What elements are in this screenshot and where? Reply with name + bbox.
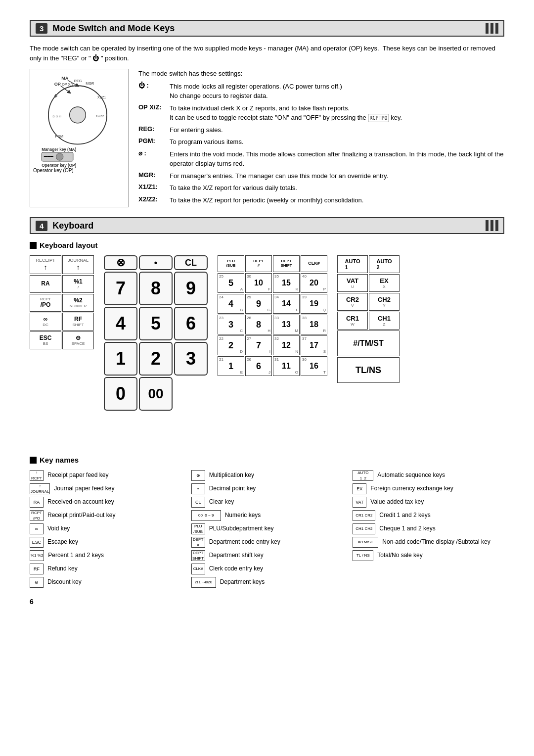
cr1-key[interactable]: CR1 W	[337, 312, 368, 330]
key-names-title-text: Key names	[40, 456, 79, 464]
dept-20[interactable]: 4020P	[301, 273, 327, 293]
mode-row-x2z2: X2/Z2: To take the X/Z report for period…	[138, 195, 504, 205]
key-7[interactable]: 7	[104, 272, 137, 305]
kn-dept-keys: 211 ~ 4020 Department keys	[191, 577, 343, 588]
kn-icon-numeric: 00 0 ~ 9	[191, 510, 221, 521]
rf-key[interactable]: RF SHIFT	[62, 313, 94, 331]
cr2-key[interactable]: CR2 V	[337, 293, 368, 311]
void-key[interactable]: ∞ DC	[30, 313, 61, 331]
ra-key[interactable]: RA	[30, 275, 61, 293]
pct1-key[interactable]: %1 /	[62, 275, 94, 293]
dept-14[interactable]: 3414L	[273, 294, 300, 314]
kn-icon-clk-hash: CLK#	[191, 564, 205, 574]
mode-row-reg: REG: For entering sales.	[138, 125, 504, 135]
dept-9[interactable]: 299G	[245, 294, 272, 314]
middle-numpad-area: ⊗ • CL 7 8 9 4 5 6 1 2 3 0 00	[104, 255, 208, 446]
ch1-key[interactable]: CH1 Z	[369, 312, 400, 330]
kn-icon-tmst: #/TM/ST	[353, 537, 378, 548]
kn-label-cr: Credit 1 and 2 keys	[379, 512, 430, 520]
dept-18[interactable]: 3818R	[301, 315, 327, 334]
dept-17[interactable]: 3717S	[301, 335, 327, 355]
kn-label-clk-hash: Clerk code entry key	[209, 565, 263, 573]
mode-key-x1z1: X1/Z1:	[138, 183, 166, 190]
key-2[interactable]: 2	[139, 342, 173, 376]
dept-16[interactable]: 3616T	[301, 356, 327, 376]
svg-text:MGR: MGR	[86, 81, 94, 86]
kn-icon-rcpt-po: RCPT/PO	[30, 510, 44, 521]
kn-label-rcpt-po: Receipt print/Paid-out key	[47, 512, 115, 520]
mode-val-void: Enters into the void mode. This mode all…	[170, 149, 504, 169]
dept-7[interactable]: 277I	[245, 335, 272, 355]
dept-1[interactable]: 211E	[218, 356, 244, 376]
key-0[interactable]: 0	[104, 377, 137, 411]
dept-12[interactable]: 3212N	[273, 335, 300, 355]
key-9[interactable]: 9	[174, 272, 208, 305]
svg-text:☼☼☼: ☼☼☼	[52, 114, 62, 118]
dept-19[interactable]: 3919Q	[301, 294, 327, 314]
dept-2[interactable]: 222D	[218, 335, 244, 355]
dept-8[interactable]: 288H	[245, 315, 272, 334]
key-8[interactable]: 8	[139, 272, 173, 305]
multiply-key[interactable]: ⊗	[104, 255, 137, 270]
kn-icon-dept-hash: DEPT#	[191, 537, 205, 548]
kn-icon-tlns: TL / NS	[353, 550, 373, 561]
dept-6[interactable]: 266J	[245, 356, 272, 376]
rcpt-po-key[interactable]: RCPT /PO	[30, 294, 61, 312]
dept-5[interactable]: 255A	[218, 273, 244, 293]
pct2-key[interactable]: %2 NUMBER	[62, 294, 94, 312]
ex-key[interactable]: EX X	[369, 274, 400, 292]
svg-text:OP: OP	[54, 82, 61, 87]
svg-text:PGM: PGM	[55, 134, 64, 139]
dept-3[interactable]: 233C	[218, 315, 244, 334]
kn-label-tlns: Total/No sale key	[377, 552, 422, 560]
kn-tmst: #/TM/ST Non-add code/Time display /Subto…	[353, 537, 504, 548]
dept-4[interactable]: 244B	[218, 294, 244, 314]
tmst-key[interactable]: #/TM/ST	[337, 331, 400, 356]
key-00[interactable]: 00	[139, 377, 173, 411]
discount-key[interactable]: ⊖ SPACE	[62, 331, 94, 349]
auto2-key[interactable]: AUTO2	[369, 255, 400, 273]
dept-11[interactable]: 3111O	[273, 356, 300, 376]
key-5[interactable]: 5	[139, 307, 173, 340]
mode-val-reg: For entering sales.	[170, 125, 223, 135]
kn-label-clear: Clear key	[209, 498, 234, 506]
svg-text:OP X/2: OP X/2	[62, 82, 73, 87]
kn-icon-dept-range: 211 ~ 4020	[191, 577, 216, 588]
svg-text:REG: REG	[74, 79, 82, 83]
journal-feed-key[interactable]: JOURNAL ↑	[62, 255, 94, 274]
mode-key-pgm: PGM:	[138, 137, 166, 144]
dept-10[interactable]: 3010F	[245, 273, 272, 293]
decimal-key[interactable]: •	[139, 255, 173, 270]
kn-multiply: ⊗ Multiplication key	[191, 470, 343, 481]
dept-hash-key[interactable]: DEPT#	[245, 255, 272, 272]
auto1-key[interactable]: AUTO1	[337, 255, 368, 273]
dept-shift-key[interactable]: DEPTSHIFT	[273, 255, 300, 272]
kn-label-dept-hash: Department code entry key	[209, 538, 280, 546]
kn-icon-cr: CR1 CR2	[353, 510, 375, 521]
kn-clk-hash: CLK# Clerk code entry key	[191, 564, 343, 574]
key-1[interactable]: 1	[104, 342, 137, 376]
kn-icon-dept-shift: DEPTSHIFT	[191, 550, 205, 561]
kn-label-dept-keys: Department keys	[220, 578, 265, 586]
key-4[interactable]: 4	[104, 307, 137, 340]
esc-key[interactable]: ESC BS	[30, 331, 61, 349]
clear-key[interactable]: CL	[174, 255, 208, 270]
kn-label-decimal: Decimal point key	[209, 485, 256, 493]
dept-15[interactable]: 3515K	[273, 273, 300, 293]
mode-intro-text: The mode switch can be operated by inser…	[30, 44, 504, 63]
kn-ra: RA Received-on account key	[30, 497, 181, 508]
kn-void: ∞ Void key	[30, 523, 181, 534]
key-6[interactable]: 6	[174, 307, 208, 340]
keyboard-area: RECEIPT ↑ JOURNAL ↑ RA %1 / RCPT /PO %2 …	[30, 255, 504, 446]
dept-13[interactable]: 3313M	[273, 315, 300, 334]
svg-text:X1/Z1: X1/Z1	[97, 95, 106, 99]
vat-key[interactable]: VAT U	[337, 274, 368, 292]
plu-sub-key[interactable]: PLU/SUB	[218, 255, 244, 272]
tlns-key[interactable]: TL/NS	[337, 357, 400, 383]
receipt-feed-key[interactable]: RECEIPT ↑	[30, 255, 61, 274]
key-3[interactable]: 3	[174, 342, 208, 376]
kn-label-esc: Escape key	[47, 538, 78, 546]
mode-key-opxz: OP X/Z:	[138, 103, 166, 111]
ch2-key[interactable]: CH2 Y	[369, 293, 400, 311]
clk-hash-key[interactable]: CLK#	[301, 255, 327, 272]
